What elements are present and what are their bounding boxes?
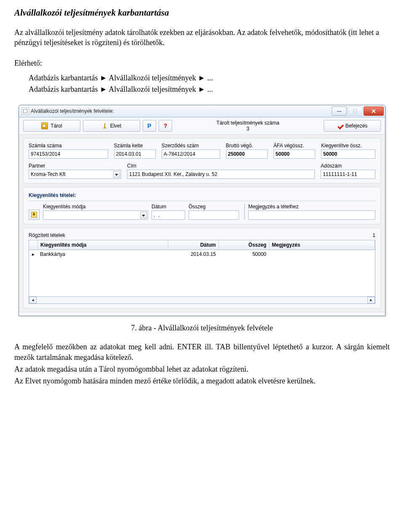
settlement-panel: Kiegyenlítés tételei: Kiegyenlítés módja… [23,187,381,224]
settle-note-label: Megjegyzés a tételhez [248,204,375,210]
settlement-section-label: Kiegyenlítés tételei: [29,192,375,198]
body-paragraph-1: A megfelelő mezőkben az adatokat meg kel… [14,342,390,362]
note-icon [31,212,37,218]
discard-button-label: Elvet [110,123,122,129]
add-item-button[interactable] [29,210,40,220]
invoice-panel: Számla száma 974153/2014 Számla kelte 20… [23,138,381,184]
titlebar: Alvállalkozói teljesítmények felvétele: … [19,105,385,117]
address-label: Cím [127,163,315,169]
reach-label: Elérhető: [14,59,390,68]
horizontal-scrollbar[interactable]: ◄ ► [29,297,375,304]
settle-mode-label: Kiegyenlítés módja [43,204,148,210]
vertical-divider [244,204,245,220]
recorded-items-label: Rögzített tételek [29,232,65,238]
invoice-date-label: Számla kelte [114,143,156,149]
col-mode[interactable]: Kiegyenlítés módja [38,240,168,250]
body-paragraph-2: Az adatok megadása után a Tárol nyomógom… [14,364,390,374]
settle-date-input[interactable]: . . [152,210,185,220]
body-paragraph-3: Az Elvet nyomógomb hatására minden mező … [14,376,390,386]
discard-button[interactable]: Elvet [83,120,140,132]
window-title: Alvállalkozói teljesítmények felvétele: [31,108,114,114]
settle-amount-input[interactable] [189,210,239,220]
cell-amount: 50000 [218,251,269,257]
finish-button[interactable]: Befejezés [324,120,381,132]
scroll-right-button[interactable]: ► [367,297,375,303]
settle-note-input[interactable] [248,210,375,220]
p-icon: P [147,123,151,129]
row-marker-icon: ▸ [29,251,37,257]
maximize-button[interactable]: ☐ [348,106,363,116]
gross-label: Bruttó végö. [226,143,268,149]
settle-date-label: Dátum [152,204,185,210]
nav-path-1: Adatbázis karbantartás ► Alvállalkozói t… [29,74,390,82]
finish-button-label: Befejezés [346,123,368,129]
col-date[interactable]: Dátum [168,240,219,250]
intro-paragraph: Az alvállalkozói teljesítmény adatok tár… [14,27,390,48]
gross-input[interactable]: 250000 [226,149,268,159]
minimize-button[interactable]: — [332,106,347,116]
settle-mode-combo[interactable] [43,210,148,220]
help-button[interactable]: ? [159,120,172,132]
contract-no-input[interactable]: A-78412/2014 [162,149,220,159]
store-icon [41,122,48,129]
contract-no-label: Szerződés szám [162,143,220,149]
tax-no-label: Adószám [321,163,375,169]
nav-path-2: Adatbázis karbantartás ► Alvállalkozói t… [29,85,390,94]
stored-count-stat: Tárolt teljesítmények száma 3 [175,120,321,132]
window-icon [21,107,29,115]
grid-body[interactable]: ▸ Bankkártya 2014.03.15 50000 [29,250,375,297]
invoice-no-input[interactable]: 974153/2014 [29,149,108,159]
invoice-no-label: Számla száma [29,143,108,149]
recorded-items-count: 1 [372,232,375,238]
grid-header: Kiegyenlítés módja Dátum Összeg Megjegyz… [29,240,375,250]
invoice-date-input[interactable]: 2014.03.01 [114,149,156,159]
stored-count-label: Tárolt teljesítmények száma [216,120,279,126]
app-window: Alvállalkozói teljesítmények felvétele: … [19,105,385,317]
discard-icon [102,123,108,129]
figure-caption: 7. ábra - Alvállalkozói teljesítmények f… [14,324,390,332]
paid-input[interactable]: 50000 [321,149,375,159]
settle-amount-label: Összeg [189,204,239,210]
status-strip [19,312,385,316]
cell-date: 2014.03.15 [168,251,218,257]
cell-mode: Bankkártya [37,251,168,257]
vat-label: ÁFA végössz. [274,143,315,149]
store-button-label: Tárol [50,123,62,129]
tax-no-input[interactable]: 11111111-1-11 [321,170,375,179]
toolbar: Tárol Elvet P ? Tárolt teljesítmények sz… [19,117,385,135]
store-button[interactable]: Tárol [23,120,80,132]
scroll-left-button[interactable]: ◄ [29,297,37,303]
help-icon: ? [164,123,167,129]
p-button[interactable]: P [143,120,156,132]
paid-label: Kiegyenlítve össz. [321,143,375,149]
vat-input[interactable]: 50000 [274,149,315,159]
close-button[interactable]: ✕ [364,106,384,116]
page-title: Alvállalkozói teljesítmények karbantartá… [14,8,390,18]
recorded-panel: Rögzített tételek 1 Kiegyenlítés módja D… [23,228,381,309]
partner-label: Partner [29,163,121,169]
check-icon [337,123,343,129]
col-amount[interactable]: Összeg [219,240,269,250]
table-row[interactable]: ▸ Bankkártya 2014.03.15 50000 [29,250,375,258]
stored-count-value: 3 [175,126,321,132]
col-note[interactable]: Megjegyzés [269,240,375,250]
address-input[interactable]: 1121 Budapest XII. Ker., Zalaváry u. 52 [127,170,315,179]
partner-combo[interactable]: Kroma-Tech Kft [29,170,121,179]
